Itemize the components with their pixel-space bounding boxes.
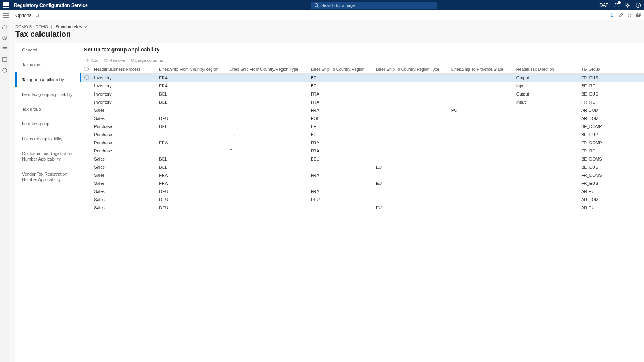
column-header[interactable]: Header.Tax Direction [514,65,579,74]
leftmenu-item[interactable]: Item tax group [15,116,80,131]
column-header[interactable]: Lines.Ship To Country/Region Type [373,65,449,74]
cell[interactable]: BE_DOMS [579,155,644,163]
column-header[interactable]: Lines.Ship From Country/Region [157,65,227,74]
cell[interactable] [514,131,579,139]
table-row[interactable]: SalesFRAFRAFR_DOMS [81,171,644,179]
row-selector[interactable] [81,106,92,114]
table-row[interactable]: SalesFRAPCAR-DOM [81,106,644,114]
options-button[interactable]: Options [15,13,31,18]
leftmenu-item[interactable]: List code applicability [15,131,80,146]
table-row[interactable]: SalesDEUPOLAR-DOM [81,114,644,123]
row-selector[interactable] [81,114,92,123]
cell[interactable] [227,179,308,188]
table-row[interactable]: InventoryFRABELInputBE_RC [81,82,644,90]
cell[interactable]: EU [373,163,449,171]
cell[interactable]: BEL [157,90,227,98]
cell[interactable] [514,155,579,163]
cell[interactable]: BE_EUP [579,131,644,139]
row-selector[interactable] [81,204,92,212]
leftmenu-item[interactable]: Vendor Tax Registration Number Applicabi… [15,167,80,187]
cell[interactable]: FRA [308,188,373,196]
cell[interactable]: FRA [157,74,227,82]
column-header[interactable]: Lines.Ship To Province/State [449,65,514,74]
cell[interactable] [308,204,373,212]
cell[interactable] [227,90,308,98]
cell[interactable] [373,114,449,123]
cell[interactable]: FR_DOMS [579,171,644,179]
cell[interactable] [227,188,308,196]
column-header[interactable]: Header.Business Process [92,65,157,74]
cell[interactable] [449,196,514,204]
cell[interactable]: Sales [92,155,157,163]
remove-button[interactable]: Remove [104,58,125,63]
cell[interactable]: FR_RC [579,147,644,155]
attach-icon[interactable] [618,13,623,18]
cell[interactable] [373,139,449,147]
cell[interactable] [373,147,449,155]
cell[interactable] [308,163,373,171]
cell[interactable] [514,139,579,147]
row-selector[interactable] [81,90,92,98]
cell[interactable]: BEL [308,74,373,82]
table-row[interactable]: PurchaseEUFRAFR_RC [81,147,644,155]
app-launcher-icon[interactable] [3,2,9,9]
cell[interactable]: DEU [157,204,227,212]
list-icon[interactable] [2,46,7,51]
cell[interactable] [373,74,449,82]
cell[interactable]: BEL [308,131,373,139]
leftmenu-item[interactable]: General [15,43,80,57]
select-all-header[interactable] [81,65,92,74]
cell[interactable]: Sales [92,106,157,114]
cell[interactable] [449,155,514,163]
cell[interactable] [514,147,579,155]
table-row[interactable]: InventoryFRABELOutputFR_EUS [81,74,644,82]
leftmenu-item[interactable]: Tax group applicability [15,72,80,87]
cell[interactable] [227,74,308,82]
recent-icon[interactable] [2,35,7,41]
row-selector[interactable] [81,82,92,90]
cell[interactable]: Purchase [92,147,157,155]
table-row[interactable]: InventoryBELFRAOutputBE_EUS [81,90,644,98]
gear-icon[interactable] [625,3,630,8]
cell[interactable] [227,163,308,171]
cell[interactable]: BE_RC [579,82,644,90]
cell[interactable]: BEL [157,155,227,163]
hamburger-icon[interactable] [3,13,9,18]
cell[interactable]: Purchase [92,131,157,139]
cell[interactable]: Purchase [92,123,157,131]
table-row[interactable]: PurchaseEUBELBE_EUP [81,131,644,139]
cell[interactable] [514,196,579,204]
cell[interactable]: Inventory [92,90,157,98]
manage-columns-button[interactable]: Manage columns [131,58,163,63]
cell[interactable] [449,179,514,188]
cell[interactable] [227,155,308,163]
table-row[interactable]: SalesFRAEUFR_EUS [81,179,644,188]
row-selector[interactable] [81,98,92,106]
row-selector[interactable] [81,147,92,155]
leftmenu-item[interactable]: Tax codes [15,57,80,72]
cell[interactable]: FRA [157,171,227,179]
cell[interactable]: BE_EUS [579,90,644,98]
cell[interactable]: BEL [157,123,227,131]
cell[interactable] [157,106,227,114]
cell[interactable]: Output [514,90,579,98]
cell[interactable] [449,98,514,106]
notification-icon[interactable] [614,3,619,8]
cell[interactable] [514,163,579,171]
table-row[interactable]: SalesBELEUBE_EUS [81,163,644,171]
cell[interactable] [449,188,514,196]
cell[interactable] [373,188,449,196]
cell[interactable]: AR-DOM [579,114,644,123]
cell[interactable] [449,139,514,147]
cell[interactable] [308,179,373,188]
table-row[interactable]: PurchaseFRAFRAFR_DOMP [81,139,644,147]
cell[interactable]: DEU [157,188,227,196]
cell[interactable] [449,123,514,131]
cell[interactable] [373,98,449,106]
cell[interactable] [514,204,579,212]
row-selector[interactable] [81,155,92,163]
column-header[interactable]: Lines.Ship From Country/Region Type [227,65,308,74]
cell[interactable]: FRA [157,179,227,188]
leftmenu-item[interactable]: Item tax group applicability [15,87,80,102]
cell[interactable] [449,82,514,90]
